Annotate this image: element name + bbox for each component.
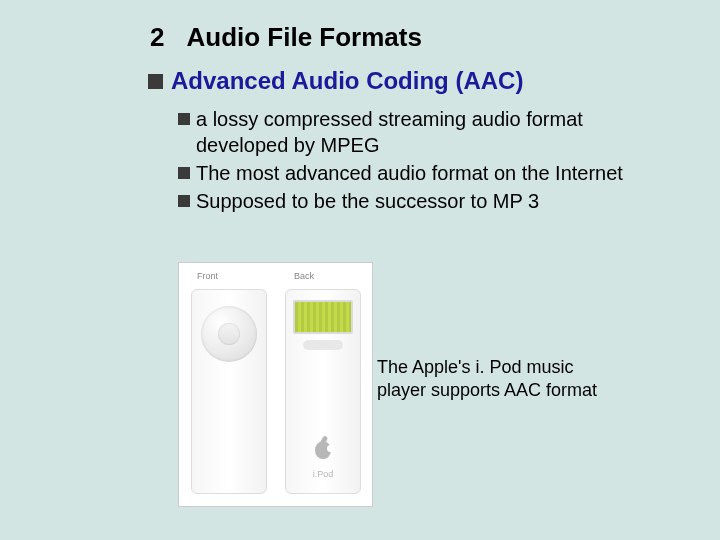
hold-switch-icon (303, 340, 343, 350)
front-label: Front (197, 271, 218, 281)
back-label: Back (294, 271, 314, 281)
battery-indicator-icon (293, 300, 353, 334)
ipod-illustration: Front Back i.Pod (178, 262, 373, 507)
list-item-text: Supposed to be the successor to MP 3 (196, 188, 539, 214)
apple-logo-icon (315, 441, 331, 459)
section-number: 2 (150, 22, 164, 53)
bullet-list: a lossy compressed streaming audio forma… (178, 106, 680, 214)
slide: 2 Audio File Formats Advanced Audio Codi… (0, 0, 720, 540)
square-bullet-icon (178, 113, 190, 125)
list-item: Supposed to be the successor to MP 3 (178, 188, 680, 214)
list-item: a lossy compressed streaming audio forma… (178, 106, 680, 158)
device-front (191, 289, 267, 494)
heading-row: Advanced Audio Coding (AAC) (148, 67, 680, 96)
heading-text: Advanced Audio Coding (AAC) (171, 67, 523, 96)
list-item-text: a lossy compressed streaming audio forma… (196, 106, 680, 158)
square-bullet-icon (178, 167, 190, 179)
list-item: The most advanced audio format on the In… (178, 160, 680, 186)
section-title: Audio File Formats (186, 22, 421, 53)
click-wheel-icon (201, 306, 257, 362)
device-back: i.Pod (285, 289, 361, 494)
square-bullet-icon (148, 74, 163, 89)
square-bullet-icon (178, 195, 190, 207)
figure-caption: The Apple's i. Pod music player supports… (377, 356, 601, 401)
center-button-icon (218, 323, 240, 345)
figure-row: Front Back i.Pod The Apple's i. Pod musi… (178, 262, 601, 507)
list-item-text: The most advanced audio format on the In… (196, 160, 623, 186)
ipod-brand-text: i.Pod (313, 469, 334, 479)
section-title-row: 2 Audio File Formats (150, 22, 680, 53)
